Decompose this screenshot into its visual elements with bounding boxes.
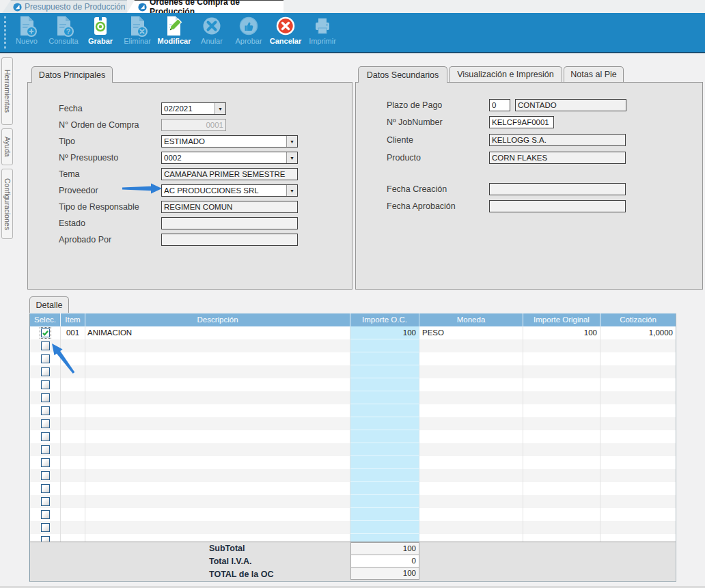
tema-label: Tema: [59, 168, 80, 180]
jobnumber-field[interactable]: [489, 116, 554, 128]
nuevo-label: Nuevo: [16, 37, 38, 45]
modificar-button[interactable]: Modificar: [156, 14, 193, 51]
document-question-icon: ?: [52, 14, 75, 38]
anular-button[interactable]: Anular: [193, 14, 230, 51]
rail-tab-ayuda[interactable]: Ayuda: [1, 128, 13, 165]
producto-field[interactable]: [489, 152, 626, 164]
importe-oc-cell: [350, 534, 419, 542]
selec-cell: [30, 417, 61, 430]
chevron-down-icon[interactable]: ▼: [215, 103, 225, 114]
row-checkbox[interactable]: [41, 419, 50, 428]
item-cell: [61, 339, 85, 352]
detalle-table: Selec. Item Descripción Importe O.C. Mon…: [29, 313, 676, 582]
selec-cell: [30, 430, 61, 443]
chevron-down-icon[interactable]: ▼: [286, 136, 297, 147]
row-checkbox-checked[interactable]: [41, 328, 50, 337]
plazo-pago-code-field[interactable]: [489, 99, 510, 111]
descripcion-cell: [85, 534, 350, 542]
orden-compra-field[interactable]: [161, 119, 226, 131]
row-checkbox[interactable]: [41, 523, 50, 532]
row-checkbox[interactable]: [41, 432, 50, 441]
descripcion-cell: [85, 365, 350, 378]
chevron-down-icon[interactable]: ▼: [286, 152, 297, 163]
tipo-combo[interactable]: ESTIMADO ▼: [161, 135, 298, 148]
col-header-item[interactable]: Item: [61, 313, 85, 326]
chevron-down-icon[interactable]: ▼: [286, 185, 297, 196]
selec-cell: [30, 508, 61, 521]
estado-field[interactable]: [161, 217, 298, 229]
row-checkbox[interactable]: [41, 445, 50, 454]
row-checkbox[interactable]: [41, 393, 50, 402]
tab-visualizacion-impresion[interactable]: Visualización e Impresión: [449, 66, 562, 82]
descripcion-cell: [85, 456, 350, 469]
col-header-importe-original[interactable]: Importe Original: [523, 313, 600, 326]
row-checkbox[interactable]: [41, 471, 50, 480]
item-cell: [61, 508, 85, 521]
importe-oc-cell: [350, 391, 419, 404]
importe-oc-cell: [350, 456, 419, 469]
toolbar-grip[interactable]: [4, 16, 6, 48]
selec-cell: [30, 339, 61, 352]
importe-oc-cell: [350, 365, 419, 378]
eliminar-button[interactable]: Eliminar: [119, 14, 156, 51]
importe-oc-cell: [350, 378, 419, 391]
presupuesto-label: Nº Presupuesto: [59, 152, 118, 164]
presupuesto-combo[interactable]: 0002 ▼: [161, 152, 298, 164]
plazo-pago-desc-field[interactable]: [515, 99, 626, 111]
aprobado-por-field[interactable]: [161, 234, 298, 246]
grabar-button[interactable]: Grabar: [82, 14, 119, 51]
tab-datos-principales[interactable]: Datos Principales: [31, 66, 113, 83]
window-tab-presupuesto[interactable]: Presupuesto de Producción: [2, 0, 127, 13]
row-checkbox[interactable]: [41, 484, 50, 493]
fecha-combo[interactable]: 02/2021 ▼: [161, 102, 226, 115]
moneda-cell: [419, 482, 523, 495]
col-header-moneda[interactable]: Moneda: [419, 313, 523, 326]
row-checkbox[interactable]: [41, 341, 50, 350]
cotizacion-cell: [600, 443, 676, 456]
selec-cell: [30, 521, 61, 534]
descripcion-cell: [85, 521, 350, 534]
row-checkbox[interactable]: [41, 536, 50, 542]
proveedor-label: Proveedor: [59, 184, 98, 197]
window-tab-ordenes[interactable]: Ordenes de Compra de Producción: [127, 0, 284, 13]
row-checkbox[interactable]: [41, 406, 50, 415]
aprobar-button[interactable]: Aprobar: [230, 14, 267, 51]
importe-oc-cell: [350, 482, 419, 495]
cancelar-button[interactable]: Cancelar: [267, 14, 304, 51]
row-checkbox[interactable]: [41, 510, 50, 519]
selec-cell: [30, 404, 61, 417]
rail-tab-herramientas[interactable]: Herramientas: [1, 57, 13, 125]
fecha-creacion-field[interactable]: [489, 183, 626, 195]
table-row-empty: [30, 521, 676, 534]
col-header-descripcion[interactable]: Descripción: [85, 313, 350, 326]
row-checkbox[interactable]: [41, 354, 50, 363]
tab-detalle[interactable]: Detalle: [29, 296, 69, 313]
rail-tab-configuraciones[interactable]: Configuraciones: [1, 169, 13, 239]
row-checkbox[interactable]: [41, 458, 50, 467]
proveedor-combo[interactable]: AC PRODUCCIONES SRL ▼: [161, 184, 298, 197]
tema-field[interactable]: [161, 168, 298, 180]
fecha-aprobacion-field[interactable]: [489, 200, 626, 212]
tab-notas-al-pie[interactable]: Notas al Pie: [564, 66, 624, 82]
cotizacion-cell: [600, 352, 676, 365]
row-checkbox[interactable]: [41, 497, 50, 506]
importe-oc-cell: 100: [350, 326, 419, 339]
moneda-cell: [419, 443, 523, 456]
cliente-field[interactable]: [489, 134, 626, 146]
row-checkbox[interactable]: [41, 367, 50, 376]
cotizacion-cell: [600, 378, 676, 391]
presupuesto-combo-value: 0002: [162, 154, 286, 162]
col-header-cotizacion[interactable]: Cotización: [600, 313, 676, 326]
table-row-empty: [30, 469, 676, 482]
consulta-button[interactable]: ? Consulta: [45, 14, 82, 51]
item-cell: 001: [61, 326, 85, 339]
check-icon: [42, 329, 49, 337]
document-plus-icon: [15, 14, 38, 38]
col-header-selec[interactable]: Selec.: [30, 313, 61, 326]
nuevo-button[interactable]: Nuevo: [8, 14, 45, 51]
tab-datos-secundarios[interactable]: Datos Secundarios: [358, 66, 447, 83]
tipo-responsable-field[interactable]: [161, 201, 298, 213]
row-checkbox[interactable]: [41, 380, 50, 389]
col-header-importe-oc[interactable]: Importe O.C.: [350, 313, 419, 326]
imprimir-button[interactable]: Imprimir: [304, 14, 341, 51]
